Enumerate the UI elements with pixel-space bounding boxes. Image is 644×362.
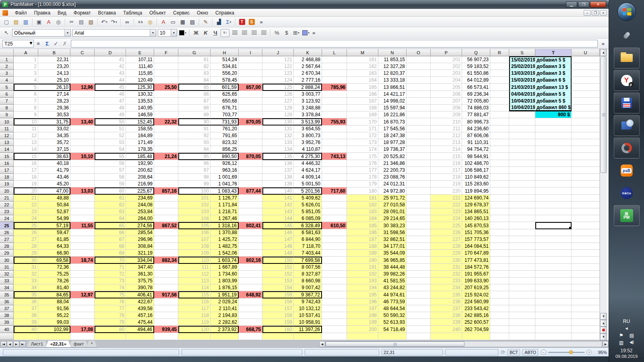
toolbar-overflow-icon[interactable]: »: [311, 30, 317, 36]
cell[interactable]: 183: [347, 208, 378, 215]
cell[interactable]: [407, 70, 431, 77]
cell[interactable]: 168: [347, 105, 378, 111]
cell[interactable]: [490, 132, 509, 139]
cell[interactable]: 187: [347, 236, 378, 243]
cell[interactable]: [154, 236, 178, 243]
cell[interactable]: 107: [178, 236, 211, 243]
cell[interactable]: 22,31: [38, 56, 70, 63]
cell[interactable]: [509, 208, 535, 215]
cell[interactable]: [509, 146, 535, 153]
row-header-1[interactable]: 1: [0, 56, 14, 63]
column-header-B[interactable]: B: [38, 49, 70, 56]
cell[interactable]: [70, 333, 95, 340]
cell[interactable]: [407, 77, 431, 84]
cell[interactable]: 102 486,70: [462, 160, 490, 167]
cell[interactable]: 240: [431, 326, 462, 333]
cell[interactable]: 180: [347, 187, 378, 195]
cell[interactable]: [322, 264, 347, 271]
tray-device-icon[interactable]: ▤: [629, 333, 635, 338]
cell[interactable]: 186: [347, 229, 378, 236]
cell[interactable]: [154, 243, 178, 250]
cell[interactable]: 233: [431, 278, 462, 284]
tray-volume-icon[interactable]: ◀): [629, 340, 635, 346]
cell[interactable]: [239, 167, 262, 174]
cell[interactable]: 917,56: [154, 291, 178, 298]
cell[interactable]: [70, 146, 95, 153]
cell[interactable]: 44: [95, 77, 126, 84]
cell[interactable]: 648,92: [239, 291, 262, 298]
cell[interactable]: 24 972,80: [378, 187, 407, 195]
cell[interactable]: 80 996,73: [462, 118, 490, 125]
cell[interactable]: 77 881,47: [462, 111, 490, 118]
cell[interactable]: 106 586,17: [462, 167, 490, 174]
column-header-E[interactable]: E: [126, 49, 154, 56]
cell[interactable]: 234: [431, 284, 462, 291]
cell[interactable]: 118: [178, 312, 211, 319]
row-header-24[interactable]: 24: [0, 215, 14, 222]
cell[interactable]: [490, 278, 509, 284]
cell[interactable]: [154, 63, 178, 70]
cell[interactable]: 882,34: [154, 257, 178, 264]
cell[interactable]: 194: [347, 284, 378, 291]
cell[interactable]: 50: [95, 118, 126, 125]
cell[interactable]: 8 327,87: [294, 271, 322, 278]
cell[interactable]: 103: [178, 208, 211, 215]
cell[interactable]: 226: [431, 229, 462, 236]
cell[interactable]: [294, 333, 322, 340]
column-header-I[interactable]: I: [239, 49, 262, 56]
cell[interactable]: 10 537,41: [294, 312, 322, 319]
cell[interactable]: [490, 236, 509, 243]
cell[interactable]: 23: [14, 208, 38, 215]
cell[interactable]: 2 029,24: [211, 298, 239, 305]
cell[interactable]: [154, 77, 178, 84]
cell[interactable]: 5 001,50: [294, 181, 322, 187]
cell[interactable]: 12 820,37: [378, 70, 407, 77]
undo-icon[interactable]: ↶▾: [100, 18, 109, 26]
cell[interactable]: [535, 195, 572, 202]
cell[interactable]: 4: [14, 77, 38, 84]
row-header-19[interactable]: 19: [0, 181, 14, 187]
cell[interactable]: 21 346,86: [378, 160, 407, 167]
cell[interactable]: [70, 202, 95, 208]
cell[interactable]: 94: [178, 146, 211, 153]
cell[interactable]: [154, 333, 178, 340]
cell[interactable]: 48: [95, 105, 126, 111]
cell[interactable]: 99,03: [38, 319, 70, 326]
cell[interactable]: [490, 153, 509, 160]
row-header-39[interactable]: 39: [0, 319, 14, 326]
cell[interactable]: [535, 264, 572, 271]
cell[interactable]: [154, 125, 178, 132]
cell[interactable]: 334,04: [126, 257, 154, 264]
row-header-35[interactable]: 35: [0, 291, 14, 298]
cell[interactable]: 390,78: [126, 284, 154, 291]
cell[interactable]: 802,16: [239, 257, 262, 264]
cell[interactable]: [239, 305, 262, 312]
cell[interactable]: [239, 63, 262, 70]
cell[interactable]: [407, 91, 431, 98]
cell[interactable]: 172: [347, 132, 378, 139]
cell[interactable]: 29: [14, 250, 38, 257]
cell[interactable]: [70, 284, 95, 291]
cell[interactable]: 151: [262, 264, 294, 271]
cell[interactable]: 13 333,18: [378, 77, 407, 84]
cell[interactable]: 178: [347, 174, 378, 181]
cell[interactable]: [70, 208, 95, 215]
cell[interactable]: [239, 271, 262, 278]
cell[interactable]: 34,35: [38, 132, 70, 139]
row-header-10[interactable]: 10: [0, 118, 14, 125]
cell[interactable]: [490, 333, 509, 340]
cell[interactable]: [322, 195, 347, 202]
cell[interactable]: [322, 215, 347, 222]
cell[interactable]: [347, 333, 378, 340]
cell[interactable]: [572, 202, 600, 208]
cell[interactable]: 174: [347, 146, 378, 153]
cell[interactable]: 45,20: [38, 181, 70, 187]
cell[interactable]: [509, 291, 535, 298]
cell[interactable]: [407, 319, 431, 326]
cell[interactable]: 57,19: [38, 222, 70, 229]
row-header-38[interactable]: 38: [0, 312, 14, 319]
cell[interactable]: [407, 132, 431, 139]
cell[interactable]: 823,32: [211, 139, 239, 146]
cell[interactable]: [490, 284, 509, 291]
copy-icon[interactable]: ▤: [77, 18, 86, 26]
